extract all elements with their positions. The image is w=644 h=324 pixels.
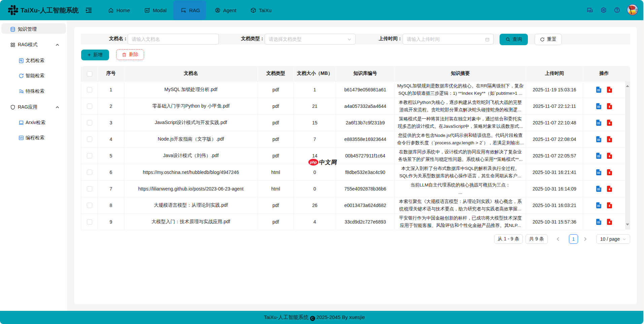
svg-text:php: php bbox=[310, 160, 317, 164]
svg-text:AI: AI bbox=[146, 9, 148, 12]
